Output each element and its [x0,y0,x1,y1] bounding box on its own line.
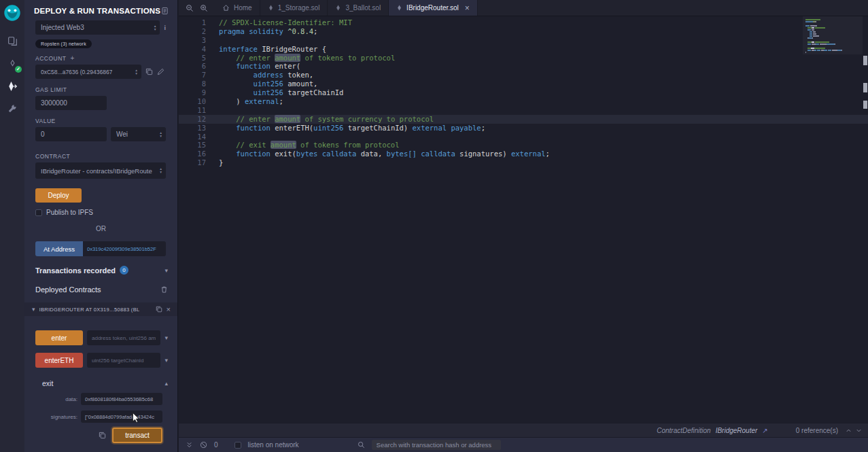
account-label-row: ACCOUNT + [35,54,166,62]
listen-network-checkbox[interactable] [235,442,241,449]
plugin-manager-icon[interactable] [0,97,24,120]
environment-select[interactable]: Injected Web3 ▴▾ [35,20,160,35]
exit-data-row: data: [35,393,162,405]
chevron-down-icon[interactable] [856,428,862,434]
at-address-row: At Address [35,241,166,256]
code-line: 10 ) external; [179,97,868,106]
entereth-args-input[interactable] [87,353,160,368]
code-line: 5 // enter amount of tokens to protocol [179,54,868,63]
remix-logo-icon[interactable] [3,4,21,22]
at-address-input[interactable] [83,241,166,256]
entereth-function-button[interactable]: enterETH [35,353,83,368]
exit-signatures-label: signatures: [35,414,77,420]
ruler-mark [863,83,867,92]
editor-status-bar: ContractDefinition IBridgeRouter ↗ 0 ref… [179,423,868,437]
terminal-search-input[interactable] [372,440,501,450]
chevron-updown-icon: ▴▾ [160,167,162,174]
solidity-compiler-icon[interactable]: ✓ [0,52,24,75]
sign-message-icon[interactable] [157,68,164,75]
deploy-run-icon[interactable] [0,75,24,97]
transact-button[interactable]: transact [112,428,162,443]
exit-signatures-row: signatures: [35,411,162,423]
chevron-down-icon[interactable]: ▾ [164,357,168,364]
code-line: 17} [179,158,868,167]
ruler-mark [863,101,867,109]
transactions-recorded-row[interactable]: Transactions recorded 0 ▾ [35,266,168,275]
chevron-up-icon[interactable] [846,428,852,434]
code-editor[interactable]: 1// SPDX-License-Identifier: MIT2pragma … [179,16,868,423]
expand-terminal-icon[interactable] [186,441,193,449]
minimap[interactable] [805,19,860,54]
code-line: 3 [179,36,868,45]
chevron-down-icon: ▾ [32,306,35,313]
clear-console-icon[interactable] [200,441,207,449]
enter-fn-row: enter ▾ [35,330,168,345]
code-line: 11 [179,106,868,115]
exit-function-label: exit [42,379,53,387]
gas-limit-input[interactable] [35,96,107,110]
contract-select[interactable]: IBridgeRouter - contracts/IBridgeRoute ▴… [35,162,166,179]
breadcrumb-node-name: IBridgeRouter [716,427,758,434]
copy-instance-icon[interactable] [156,306,162,313]
publish-ipfs-checkbox[interactable] [35,209,42,216]
at-address-button[interactable]: At Address [35,241,83,256]
close-icon[interactable]: × [465,3,470,13]
exit-data-input[interactable] [81,393,162,405]
docs-icon[interactable] [161,7,169,15]
exit-signatures-input[interactable] [81,411,162,423]
zoom-in-icon[interactable] [200,4,208,12]
code-line: 4interface IBridgeRouter { [179,45,868,54]
value-label: VALUE [35,118,56,124]
code-line: 12 // enter amount of system currency to… [179,115,868,124]
tab-label: 3_Ballot.sol [345,4,381,12]
exit-fn-header[interactable]: exit ▴ [42,379,168,387]
code-line: 16 function exit(bytes calldata data, by… [179,150,868,158]
account-label: ACCOUNT [35,55,67,62]
tab-1-storage-sol[interactable]: 1_Storage.sol [260,0,328,16]
account-value: 0xC58...a7636 (0.29436867 [41,69,112,75]
overview-ruler [863,16,868,423]
copy-calldata-icon[interactable] [99,432,106,439]
file-explorer-icon[interactable] [0,30,24,52]
chevron-up-icon[interactable]: ▴ [164,380,168,387]
environment-info-icon[interactable]: i [164,24,166,31]
publish-row: Publish to IPFS [35,209,166,216]
account-select[interactable]: 0xC58...a7636 (0.29436867 ▴▾ [35,65,141,79]
solidity-file-icon [268,4,274,12]
gas-row [35,96,166,110]
close-instance-icon[interactable]: × [167,305,171,313]
chevron-updown-icon: ▴▾ [160,131,162,138]
publish-ipfs-label: Publish to IPFS [46,209,93,216]
panel-title: DEPLOY & RUN TRANSACTIONS [34,7,160,15]
chevron-down-icon[interactable]: ▾ [164,334,168,341]
or-label: OR [35,225,167,232]
deploy-button[interactable]: Deploy [35,188,82,203]
chevron-down-icon[interactable]: ▾ [164,267,168,274]
zoom-out-icon[interactable] [186,4,194,12]
enter-function-button[interactable]: enter [35,330,83,345]
contract-instance-header[interactable]: ▾ IBRIDGEROUTER AT 0X319...50883 (BL × [24,302,177,316]
tab-3-ballot-sol[interactable]: 3_Ballot.sol [328,0,389,16]
contract-label: CONTRACT [35,153,70,160]
transact-row: transact [24,428,162,443]
code-line: 8 uint256 amount, [179,80,868,88]
code-line: 15 // exit amount of tokens from protoco… [179,141,868,150]
account-row: 0xC58...a7636 (0.29436867 ▴▾ [35,65,166,79]
activity-bar: ✓ [0,0,24,452]
tab-ibridgerouter-sol[interactable]: IBridgeRouter.sol × [389,0,478,16]
solidity-file-icon [396,4,402,12]
chevron-updown-icon: ▴▾ [154,24,156,31]
code-line: 2pragma solidity ^0.8.4; [179,27,868,36]
clear-instances-trash-icon[interactable] [160,285,168,294]
editor-tab-bar: Home 1_Storage.sol 3_Ballot.sol IBridgeR… [179,0,868,16]
value-input[interactable] [35,127,107,141]
code-line: 7 address token, [179,71,868,80]
copy-account-icon[interactable] [145,68,153,75]
goto-definition-icon[interactable]: ↗ [762,427,767,434]
ruler-mark [863,56,867,65]
chevron-updown-icon: ▴▾ [135,69,137,75]
enter-args-input[interactable] [87,330,160,345]
tab-home[interactable]: Home [215,0,260,16]
value-unit-select[interactable]: Wei ▴▾ [111,127,166,141]
add-account-icon[interactable]: + [71,54,75,62]
